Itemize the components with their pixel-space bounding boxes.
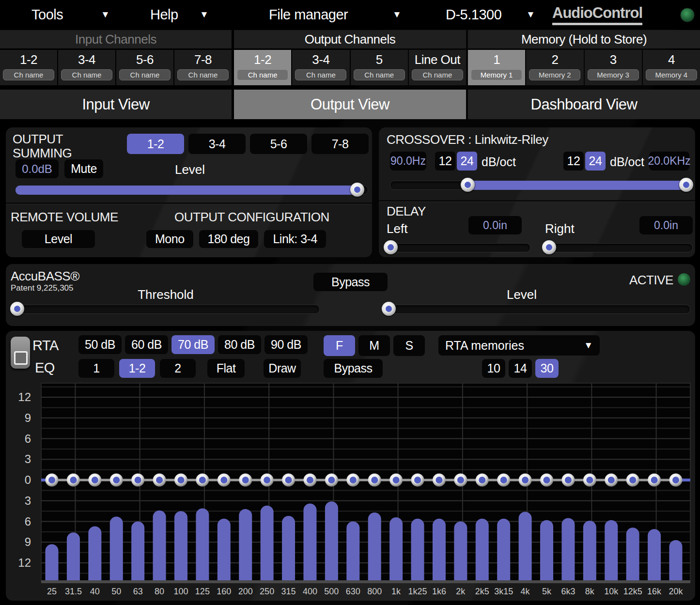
crossover-range-slider[interactable]: [390, 179, 689, 191]
rta-range-70-db[interactable]: 70 dB: [171, 335, 215, 354]
summing-channel-5-6[interactable]: 5-6: [250, 134, 307, 154]
summing-channel-3-4[interactable]: 3-4: [188, 134, 246, 154]
summing-channel-7-8[interactable]: 7-8: [311, 134, 369, 154]
menu-file-manager-arrow[interactable]: ▼: [392, 0, 401, 29]
eq-band-handle-1k6[interactable]: [433, 474, 446, 487]
channel-button-5[interactable]: 5Ch name: [351, 50, 408, 85]
eq-bypass-button[interactable]: Bypass: [324, 359, 383, 378]
slider-knob[interactable]: [382, 302, 396, 316]
eq-band-handle-6k3[interactable]: [561, 474, 575, 487]
rta-speed-f[interactable]: F: [324, 335, 355, 356]
accubass-bypass-button[interactable]: Bypass: [313, 273, 388, 291]
channel-name-button[interactable]: Ch name: [177, 69, 229, 80]
eq-band-handle-1k[interactable]: [389, 474, 403, 487]
eq-channel-2[interactable]: 2: [160, 359, 196, 378]
crossover-hpf-freq[interactable]: 90.0Hz: [390, 152, 426, 171]
eq-band-handle-800[interactable]: [368, 474, 381, 487]
channel-button-3[interactable]: 3Memory 3: [585, 50, 642, 85]
menu-help-arrow[interactable]: ▼: [200, 0, 208, 29]
crossover-low-knob[interactable]: [461, 178, 475, 192]
eq-channel-1[interactable]: 1: [78, 359, 114, 378]
accubass-threshold-slider[interactable]: [15, 303, 320, 315]
tab-output-view[interactable]: Output View: [234, 90, 466, 119]
summing-gain-value[interactable]: 0.0dB: [16, 159, 59, 178]
hpf-slope-12[interactable]: 12: [435, 152, 455, 171]
eq-bands-10[interactable]: 10: [482, 359, 505, 378]
eq-band-handle-5k[interactable]: [540, 474, 553, 487]
output-config-link-3-4[interactable]: Link: 3-4: [264, 230, 326, 248]
delay-left-slider[interactable]: [385, 241, 530, 254]
channel-button-line-out[interactable]: Line OutCh name: [409, 50, 466, 85]
eq-band-handle-40[interactable]: [88, 474, 101, 487]
eq-band-handle-630[interactable]: [346, 474, 359, 487]
tab-dashboard-view[interactable]: Dashboard View: [468, 90, 700, 119]
channel-name-button[interactable]: Ch name: [61, 69, 112, 80]
eq-band-handle-160[interactable]: [218, 474, 231, 487]
output-config-mono[interactable]: Mono: [146, 230, 193, 248]
rta-range-60-db[interactable]: 60 dB: [125, 335, 168, 354]
hpf-slope-24[interactable]: 24: [457, 152, 477, 171]
eq-band-handle-63[interactable]: [131, 474, 144, 487]
channel-name-button[interactable]: Ch name: [354, 69, 405, 80]
rta-range-50-db[interactable]: 50 dB: [78, 335, 122, 354]
eq-band-handle-4k[interactable]: [519, 474, 532, 487]
delay-left-value[interactable]: 0.0in: [468, 216, 522, 234]
channel-button-1[interactable]: 1Memory 1: [468, 50, 525, 85]
menu-file-manager[interactable]: File manager: [269, 0, 348, 29]
channel-button-4[interactable]: 4Memory 4: [643, 50, 700, 85]
channel-button-5-6[interactable]: 5-6Ch name: [116, 50, 173, 85]
eq-band-handle-20k[interactable]: [669, 474, 683, 487]
channel-name-button[interactable]: Memory 1: [471, 69, 522, 80]
tab-input-view[interactable]: Input View: [0, 90, 232, 119]
eq-band-handle-80[interactable]: [153, 474, 166, 487]
channel-button-2[interactable]: 2Memory 2: [526, 50, 583, 85]
channel-name-button[interactable]: Memory 3: [588, 69, 639, 80]
accubass-level-slider[interactable]: [383, 303, 690, 315]
eq-band-handle-50[interactable]: [110, 474, 123, 487]
rta-speed-m[interactable]: M: [358, 335, 390, 356]
eq-band-handle-12k5[interactable]: [626, 474, 639, 487]
eq-band-handle-31-5[interactable]: [67, 474, 80, 487]
rta-eq-toggle[interactable]: [11, 337, 30, 369]
menu-device-arrow[interactable]: ▼: [526, 0, 535, 29]
eq-band-handle-250[interactable]: [261, 474, 274, 487]
channel-name-button[interactable]: Ch name: [237, 69, 288, 80]
output-config-180-deg[interactable]: 180 deg: [199, 230, 259, 248]
menu-help[interactable]: Help: [150, 0, 178, 29]
eq-band-handle-2k5[interactable]: [476, 474, 489, 487]
eq-band-handle-400[interactable]: [303, 474, 316, 487]
channel-button-3-4[interactable]: 3-4Ch name: [292, 50, 349, 85]
channel-name-button[interactable]: Ch name: [295, 69, 346, 80]
eq-band-handle-125[interactable]: [196, 474, 209, 487]
channel-name-button[interactable]: Ch name: [3, 69, 54, 80]
delay-right-slider[interactable]: [544, 241, 693, 254]
crossover-high-knob[interactable]: [679, 178, 693, 192]
rta-memories-dropdown[interactable]: RTA memories ▼: [438, 335, 600, 356]
eq-band-handle-16k[interactable]: [648, 474, 661, 487]
channel-button-7-8[interactable]: 7-8Ch name: [174, 50, 232, 85]
delay-right-value[interactable]: 0.0in: [639, 216, 693, 234]
channel-name-button[interactable]: Ch name: [119, 69, 171, 80]
channel-name-button[interactable]: Memory 4: [646, 69, 697, 80]
channel-button-1-2[interactable]: 1-2Ch name: [0, 50, 57, 85]
channel-button-3-4[interactable]: 3-4Ch name: [58, 50, 115, 85]
menu-tools-arrow[interactable]: ▼: [101, 0, 109, 29]
eq-flat-button[interactable]: Flat: [207, 359, 245, 378]
eq-band-handle-8k[interactable]: [583, 474, 596, 487]
lpf-slope-24[interactable]: 24: [585, 152, 606, 171]
rta-speed-s[interactable]: S: [393, 335, 425, 356]
eq-channel-1-2[interactable]: 1-2: [119, 359, 155, 378]
menu-tools[interactable]: Tools: [31, 0, 63, 29]
eq-draw-button[interactable]: Draw: [264, 359, 301, 378]
lpf-slope-12[interactable]: 12: [563, 152, 584, 171]
summing-level-slider[interactable]: [16, 184, 368, 196]
mute-button[interactable]: Mute: [64, 159, 103, 178]
eq-band-handle-200[interactable]: [239, 474, 252, 487]
summing-channel-1-2[interactable]: 1-2: [127, 134, 184, 154]
eq-band-handle-3k15[interactable]: [497, 474, 510, 487]
eq-band-handle-10k[interactable]: [605, 474, 618, 487]
channel-name-button[interactable]: Memory 2: [529, 69, 580, 80]
eq-band-handle-315[interactable]: [282, 474, 295, 487]
eq-rta-chart[interactable]: 129630369122531.540506380100125160200250…: [10, 381, 691, 598]
slider-knob[interactable]: [350, 183, 364, 197]
